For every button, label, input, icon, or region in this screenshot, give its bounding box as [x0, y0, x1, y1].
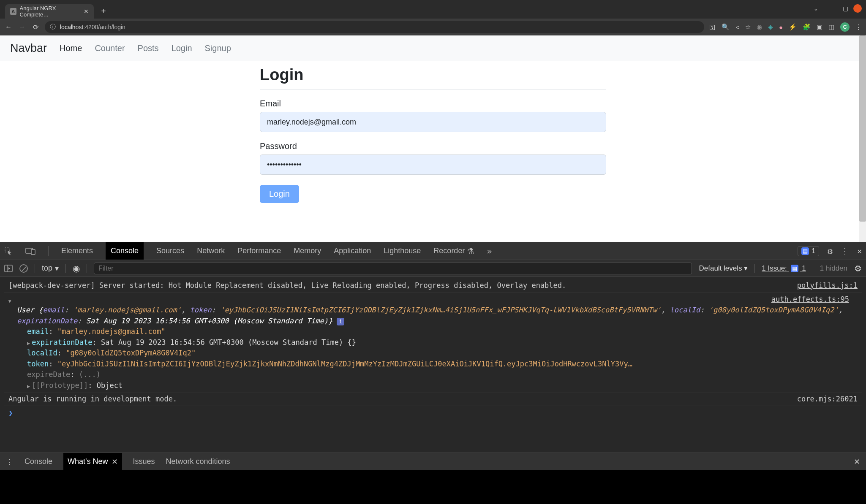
- tab-network[interactable]: Network: [197, 247, 225, 255]
- live-expression-icon[interactable]: ◉: [73, 263, 80, 274]
- hidden-count: 1 hidden: [820, 264, 847, 273]
- object-prop-localid: localId: "g08y0olIdZQ5toxDPymA8G0V4Iq2": [17, 348, 849, 359]
- chat-icon: ▤: [801, 247, 809, 255]
- nav-posts[interactable]: Posts: [138, 43, 159, 53]
- forward-icon[interactable]: →: [18, 23, 26, 31]
- ext4-icon[interactable]: ⚡: [789, 23, 797, 31]
- inspect-icon[interactable]: [4, 247, 13, 255]
- minimize-icon[interactable]: —: [832, 5, 838, 12]
- drawer-close-icon[interactable]: ✕: [854, 457, 860, 466]
- password-label: Password: [260, 141, 606, 151]
- info-icon[interactable]: i: [337, 318, 344, 325]
- ext2-icon[interactable]: ◈: [768, 23, 773, 31]
- kebab-menu-icon[interactable]: ⋮: [855, 23, 862, 31]
- email-field[interactable]: [260, 112, 606, 132]
- nav-home[interactable]: Home: [60, 43, 82, 53]
- tab-performance[interactable]: Performance: [237, 247, 281, 255]
- login-heading: Login: [260, 66, 606, 89]
- device-toggle-icon[interactable]: [25, 247, 35, 255]
- source-link[interactable]: polyfills.js:1: [797, 280, 858, 291]
- drawer-tab-network-conditions[interactable]: Network conditions: [166, 457, 230, 466]
- devtools-menu-icon[interactable]: ⋮: [841, 247, 849, 255]
- more-tabs-icon[interactable]: »: [487, 246, 492, 256]
- window-titlebar: A Angular NGRX Complete… ✕ ＋ ⌄ — ▢: [0, 0, 866, 19]
- console-toolbar: top▾ ◉ Default levels ▾ 1 Issue: ▤ 1 1 h…: [0, 260, 866, 277]
- tab-console[interactable]: Console: [106, 242, 144, 260]
- log-levels-selector[interactable]: Default levels ▾: [699, 264, 748, 273]
- expand-icon[interactable]: ▶: [27, 383, 30, 389]
- object-prop-token: token: "eyJhbGciOiJSUzI1NiIsImtpZCI6IjYz…: [17, 359, 849, 370]
- side-panel-icon[interactable]: ▣: [817, 23, 822, 31]
- address-bar: ← → ⟳ ⓘ localhost:4200/auth/login ⚿ 🔍 < …: [0, 19, 866, 35]
- drawer-tab-whatsnew[interactable]: What's New ✕: [63, 453, 122, 471]
- login-button[interactable]: Login: [260, 185, 299, 203]
- source-link[interactable]: core.mjs:26021: [797, 394, 858, 405]
- tab-application[interactable]: Application: [334, 247, 371, 255]
- ext1-icon[interactable]: ◉: [757, 23, 762, 31]
- expand-icon[interactable]: ▶: [27, 340, 30, 346]
- issues-badge[interactable]: ▤ 1: [798, 246, 819, 256]
- login-form: Login Email Password Login: [260, 61, 606, 203]
- drawer-menu-icon[interactable]: ⋮: [6, 457, 14, 466]
- console-prompt[interactable]: ❯: [4, 406, 862, 420]
- object-prop-email: email: "marley.nodejs@gmail.com": [17, 326, 849, 337]
- console-settings-icon[interactable]: ⚙: [854, 263, 862, 274]
- chevron-down-icon: ▾: [55, 264, 59, 273]
- insecure-icon: ⓘ: [50, 23, 56, 31]
- drawer-tab-issues[interactable]: Issues: [133, 457, 155, 466]
- console-message: Angular is running in development mode. …: [4, 393, 862, 406]
- clear-console-icon[interactable]: [19, 264, 28, 273]
- key-icon[interactable]: ⚿: [709, 24, 716, 31]
- tab-memory[interactable]: Memory: [294, 247, 321, 255]
- source-link[interactable]: auth.effects.ts:95: [771, 295, 849, 303]
- ext3-icon[interactable]: ●: [779, 24, 783, 31]
- bookmark-icon[interactable]: ☆: [745, 23, 751, 31]
- issues-link[interactable]: 1 Issue: ▤ 1: [762, 264, 806, 273]
- zoom-icon[interactable]: 🔍: [722, 23, 730, 31]
- extensions-icon[interactable]: 🧩: [803, 23, 811, 31]
- object-prototype[interactable]: ▶[[Prototype]]: Object: [17, 380, 849, 391]
- page-scrollbar[interactable]: [859, 35, 866, 242]
- console-object[interactable]: ▾ auth.effects.ts:95 User {email: 'marle…: [4, 293, 862, 393]
- email-label: Email: [260, 99, 606, 108]
- url-host: localhost: [60, 24, 83, 30]
- url-input[interactable]: ⓘ localhost:4200/auth/login: [45, 21, 704, 33]
- drawer-tab-console[interactable]: Console: [25, 457, 52, 466]
- navbar-brand[interactable]: Navbar: [10, 42, 47, 55]
- devtools-tabs: Elements Console Sources Network Perform…: [0, 242, 866, 260]
- devtools-close-icon[interactable]: ✕: [857, 247, 862, 255]
- browser-tab[interactable]: A Angular NGRX Complete… ✕: [5, 4, 94, 19]
- new-tab-button[interactable]: ＋: [100, 5, 107, 16]
- object-prop-expiredate[interactable]: expireDate: (...): [17, 369, 849, 380]
- sidebar-toggle-icon[interactable]: [4, 265, 13, 272]
- close-tab-icon[interactable]: ✕: [84, 8, 89, 15]
- tab-elements[interactable]: Elements: [61, 247, 93, 255]
- console-output[interactable]: [webpack-dev-server] Server started: Hot…: [0, 277, 866, 453]
- app-navbar: Navbar Home Counter Posts Login Signup: [0, 35, 866, 61]
- flask-icon: ⚗: [467, 247, 474, 256]
- close-window-icon[interactable]: [853, 4, 862, 13]
- settings-icon[interactable]: ⚙: [828, 246, 833, 256]
- panel-icon[interactable]: ◫: [828, 23, 834, 31]
- password-field[interactable]: [260, 154, 606, 175]
- object-prop-expirationdate[interactable]: ▶expirationDate: Sat Aug 19 2023 16:54:5…: [17, 337, 849, 348]
- back-icon[interactable]: ←: [4, 23, 13, 31]
- tab-sources[interactable]: Sources: [156, 247, 184, 255]
- filter-input[interactable]: [94, 263, 692, 274]
- maximize-icon[interactable]: ▢: [843, 5, 848, 12]
- nav-login[interactable]: Login: [172, 43, 192, 53]
- nav-counter[interactable]: Counter: [95, 43, 125, 53]
- context-selector[interactable]: top▾: [42, 264, 59, 273]
- collapse-icon[interactable]: ▾: [8, 296, 12, 307]
- tabs-dropdown-icon[interactable]: ⌄: [814, 5, 818, 12]
- tab-recorder[interactable]: Recorder⚗: [433, 247, 474, 256]
- page-viewport: Navbar Home Counter Posts Login Signup L…: [0, 35, 866, 242]
- tab-lighthouse[interactable]: Lighthouse: [384, 247, 421, 255]
- reload-icon[interactable]: ⟳: [31, 23, 40, 31]
- favicon: A: [10, 8, 16, 15]
- close-icon[interactable]: ✕: [112, 457, 118, 466]
- share-icon[interactable]: <: [735, 24, 739, 31]
- svg-rect-2: [31, 249, 35, 255]
- profile-avatar[interactable]: C: [840, 22, 850, 32]
- nav-signup[interactable]: Signup: [205, 43, 231, 53]
